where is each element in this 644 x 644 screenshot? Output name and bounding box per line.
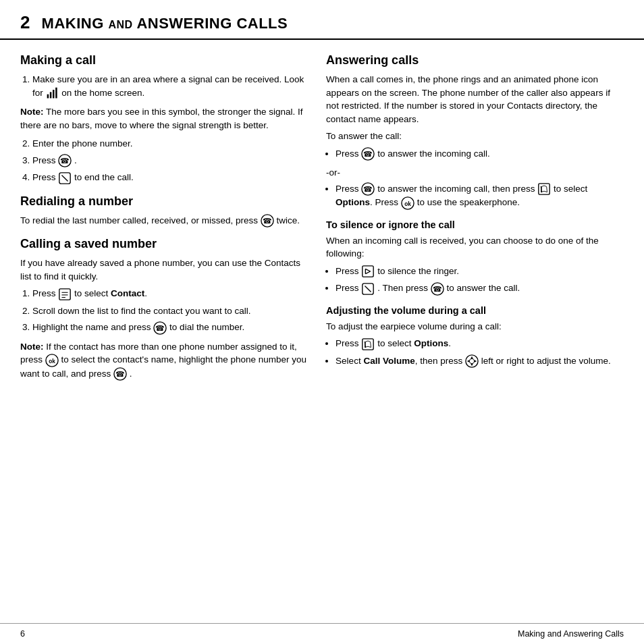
svg-rect-3 (55, 88, 57, 99)
calling-saved-steps: Press to select Contact. Scroll down the… (32, 287, 310, 334)
volume-title: Adjusting the volume during a call (326, 305, 624, 316)
volume-intro: To adjust the earpiece volume during a c… (326, 320, 624, 333)
options-icon-vol (361, 338, 375, 351)
left-column: Making a call Make sure you are in an ar… (20, 52, 310, 623)
list-item: Press ☎ to answer the incoming call. (336, 147, 624, 161)
making-call-note-para: Note: The more bars you see in this symb… (20, 105, 310, 132)
list-item: Press to select Contact. (32, 287, 310, 300)
list-item: Press ☎ to answer the incoming call, the… (336, 182, 624, 210)
svg-text:ok: ok (404, 200, 411, 207)
answering-calls-title: Answering calls (326, 53, 624, 68)
svg-line-33 (365, 286, 371, 292)
svg-marker-43 (475, 360, 477, 363)
svg-rect-0 (47, 95, 49, 99)
volume-bullets: Press to select Options. Select Call Vol… (336, 337, 624, 368)
page: 2 MAKING AND ANSWERING CALLS Making a ca… (0, 0, 644, 644)
svg-text:☎: ☎ (263, 217, 272, 225)
answering-calls-intro: When a call comes in, the phone rings an… (326, 73, 624, 126)
svg-line-7 (62, 175, 68, 181)
list-item: Select Call Volume, then press left or r… (336, 354, 624, 368)
ok-icon-speaker: ok (401, 196, 414, 210)
calling-saved-intro: If you have already saved a phone number… (20, 257, 310, 283)
answering-bullets-2: Press ☎ to answer the incoming call, the… (336, 182, 624, 210)
list-item: Press . Then press ☎ to answer the call. (336, 281, 624, 295)
svg-text:☎: ☎ (363, 150, 373, 158)
svg-text:☎: ☎ (363, 185, 373, 193)
calling-saved-title: Calling a saved number (20, 237, 310, 251)
svg-marker-40 (471, 356, 473, 359)
svg-marker-41 (471, 364, 473, 367)
making-call-section: Making a call Make sure you are in an ar… (20, 53, 310, 185)
call-icon-answer: ☎ (361, 147, 375, 161)
svg-point-39 (469, 358, 474, 363)
chapter-number: 2 (20, 12, 30, 32)
svg-line-30 (366, 269, 371, 272)
silence-intro: When an incoming call is received, you c… (326, 234, 624, 261)
footer-section-name: Making and Answering Calls (518, 629, 624, 639)
call-icon-answer2: ☎ (361, 182, 375, 196)
svg-rect-36 (363, 339, 373, 350)
list-item: Press to end the call. (32, 171, 310, 184)
svg-rect-24 (539, 184, 549, 194)
options-icon (537, 182, 551, 196)
or-line: -or- (326, 166, 624, 180)
list-item: Make sure you are in an area where a sig… (32, 73, 310, 100)
svg-rect-10 (59, 288, 70, 299)
making-call-steps-2: Enter the phone number. Press ☎ . Press (32, 137, 310, 184)
nav-icon (465, 354, 479, 368)
svg-text:☎: ☎ (155, 324, 165, 332)
end-call-icon (58, 171, 72, 185)
redialing-text: To redial the last number called, receiv… (20, 214, 310, 227)
note-label-2: Note: (20, 342, 44, 352)
list-item: Press ☎ . (32, 154, 310, 167)
contacts-icon (58, 288, 72, 301)
silence-icon (361, 265, 375, 278)
making-call-steps: Make sure you are in an area where a sig… (32, 73, 310, 100)
making-call-title: Making a call (20, 53, 310, 68)
silence-bullets: Press to silence the ringer. Press (336, 265, 624, 296)
footer-page-number: 6 (20, 629, 25, 639)
call-icon-redial: ☎ (261, 214, 274, 227)
svg-text:☎: ☎ (60, 157, 70, 165)
svg-rect-1 (49, 92, 51, 98)
list-item: Press to silence the ringer. (336, 265, 624, 278)
ok-icon: ok (45, 354, 59, 367)
call-icon-note: ☎ (113, 367, 127, 381)
svg-marker-42 (467, 360, 470, 363)
svg-text:☎: ☎ (433, 285, 442, 293)
redialing-section: Redialing a number To redial the last nu… (20, 194, 310, 227)
right-column: Answering calls When a call comes in, th… (326, 52, 624, 623)
svg-text:ok: ok (49, 358, 55, 364)
answering-calls-section: Answering calls When a call comes in, th… (326, 53, 624, 210)
end-icon-silence (361, 282, 375, 296)
svg-text:☎: ☎ (115, 370, 125, 378)
svg-line-31 (366, 271, 371, 274)
call-icon-saved: ☎ (153, 321, 167, 335)
to-answer-label: To answer the call: (326, 130, 624, 143)
call-icon: ☎ (58, 154, 72, 167)
call-icon-silence: ☎ (431, 282, 444, 296)
list-item: Scroll down the list to find the contact… (32, 304, 310, 318)
note-label: Note: (20, 107, 44, 117)
chapter-title: 2 MAKING AND ANSWERING CALLS (20, 12, 624, 33)
svg-rect-2 (53, 90, 55, 99)
list-item: Highlight the name and press ☎ to dial t… (32, 321, 310, 334)
silence-section: To silence or ignore the call When an in… (326, 219, 624, 296)
calling-saved-note: Note: If the contact has more than one p… (20, 340, 310, 381)
volume-section: Adjusting the volume during a call To ad… (326, 305, 624, 368)
signal-icon (46, 86, 59, 100)
list-item: Press to select Options. (336, 337, 624, 350)
chapter-title-text: MAKING AND ANSWERING CALLS (42, 15, 288, 32)
svg-rect-28 (363, 266, 373, 277)
page-header: 2 MAKING AND ANSWERING CALLS (0, 0, 644, 40)
redialing-title: Redialing a number (20, 194, 310, 209)
calling-saved-section: Calling a saved number If you have alrea… (20, 237, 310, 381)
answering-bullets: Press ☎ to answer the incoming call. (336, 147, 624, 161)
list-item: Enter the phone number. (32, 137, 310, 151)
silence-title: To silence or ignore the call (326, 219, 624, 230)
page-footer: 6 Making and Answering Calls (0, 623, 644, 644)
content-area: Making a call Make sure you are in an ar… (0, 40, 644, 623)
